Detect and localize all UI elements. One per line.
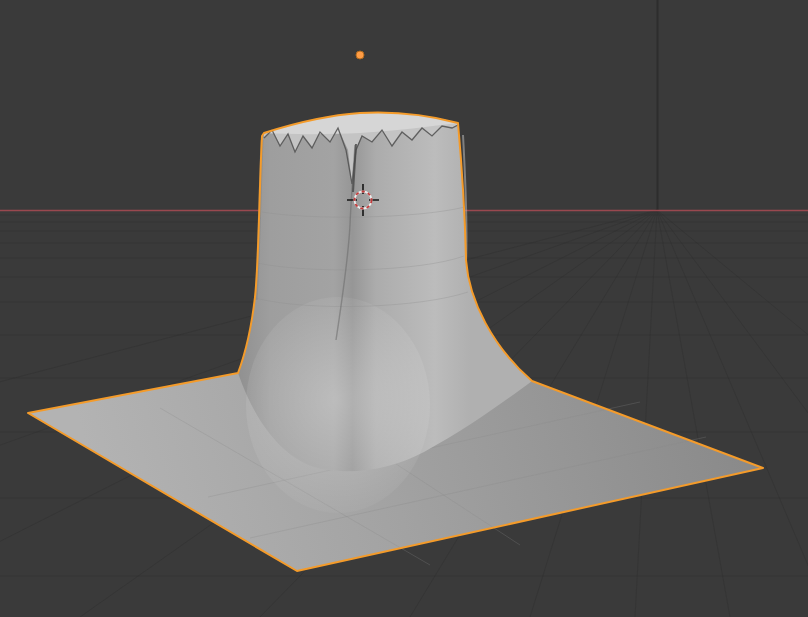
blender-3d-viewport[interactable] — [0, 0, 808, 617]
viewport-canvas[interactable] — [0, 0, 808, 617]
light-object[interactable] — [356, 51, 364, 59]
